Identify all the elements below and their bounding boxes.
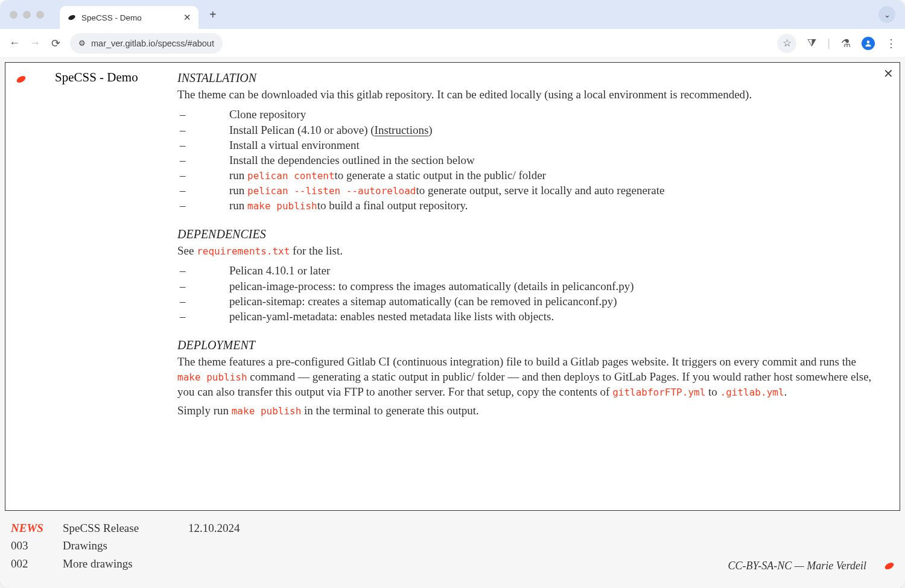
labs-icon[interactable]: ⚗ [841,37,851,50]
deployment-p1: The theme features a pre-configured Gitl… [177,354,881,399]
list-item: –pelican-image-process: to compress the … [177,279,881,294]
dependencies-list: –Pelican 4.10.1 or later–pelican-image-p… [177,263,881,323]
list-item: –Install the dependencies outlined in th… [177,153,881,168]
tabs-overflow-button[interactable]: ⌄ [878,6,895,23]
deployment-heading: DEPLOYMENT [177,337,881,353]
browser-toolbar: ← → ⟳ ⚙ mar_ver.gitlab.io/specss/#about … [0,29,905,58]
modal-sidebar: SpeCSS - Demo [5,63,177,510]
list-item: –run make publishto build a final output… [177,198,881,213]
window-controls[interactable] [10,11,44,19]
extensions-icon[interactable]: ⧩ [807,37,816,49]
page-viewport: ✕ SpeCSS - Demo INSTALLATION The theme c… [0,58,905,588]
close-tab-icon[interactable]: ✕ [183,12,191,23]
news-row[interactable]: NEWSSpeCSS Release12.10.2024 [11,519,894,537]
svg-point-0 [68,14,76,21]
credit-line: CC-BY-SA-NC — Marie Verdeil [728,560,894,572]
list-item: –pelican-sitemap: creates a sitemap auto… [177,294,881,309]
logo-icon [884,561,895,571]
new-tab-button[interactable]: + [209,8,217,22]
reload-button[interactable]: ⟳ [49,37,62,50]
news-row[interactable]: 003Drawings [11,537,894,554]
svg-point-1 [867,40,870,43]
list-item: –Pelican 4.10.1 or later [177,263,881,278]
installation-steps: –Clone repository–Install Pelican (4.10 … [177,107,881,213]
profile-button[interactable] [862,37,875,50]
menu-button[interactable]: ⋮ [886,37,897,50]
list-item: –run pelican --listen --autoreloadto gen… [177,183,881,198]
requirements-code: requirements.txt [197,245,290,257]
site-info-icon[interactable]: ⚙ [78,39,85,48]
url-text: mar_ver.gitlab.io/specss/#about [91,39,214,48]
close-window-icon[interactable] [10,11,17,19]
list-item: –Clone repository [177,107,881,122]
address-bar[interactable]: ⚙ mar_ver.gitlab.io/specss/#about [70,33,223,54]
list-item: –Install Pelican (4.10 or above) (Instru… [177,122,881,138]
minimize-window-icon[interactable] [23,11,31,19]
site-title: SpeCSS - Demo [55,70,138,85]
close-modal-button[interactable]: ✕ [883,66,894,81]
toolbar-separator: | [827,37,830,49]
news-label: NEWS [11,522,43,534]
logo-icon [16,75,27,84]
instructions-link[interactable]: Instructions [375,124,429,136]
deployment-p2: Simply run make publish in the terminal … [177,403,881,418]
list-item: –run pelican contentto generate a static… [177,168,881,183]
news-footer: NEWSSpeCSS Release12.10.2024003Drawings0… [0,511,905,588]
list-item: –pelican-yaml-metadata: enables nested m… [177,309,881,324]
maximize-window-icon[interactable] [36,11,44,19]
browser-tab[interactable]: SpeCSS - Demo ✕ [60,6,198,29]
dependencies-intro: See requirements.txt for the list. [177,243,881,258]
list-item: –Install a virtual environment [177,138,881,153]
about-modal: ✕ SpeCSS - Demo INSTALLATION The theme c… [5,62,900,511]
modal-content: INSTALLATION The theme can be downloaded… [177,63,900,510]
tab-title: SpeCSS - Demo [81,13,142,22]
installation-intro: The theme can be downloaded via this git… [177,87,881,102]
tab-favicon-icon [67,13,77,22]
window-titlebar: SpeCSS - Demo ✕ + ⌄ [0,0,905,29]
forward-button[interactable]: → [29,37,41,49]
browser-window: SpeCSS - Demo ✕ + ⌄ ← → ⟳ ⚙ mar_ver.gitl… [0,0,905,588]
back-button[interactable]: ← [8,37,21,49]
bookmark-button[interactable]: ☆ [777,34,796,53]
dependencies-heading: DEPENDENCIES [177,226,881,242]
installation-heading: INSTALLATION [177,70,881,86]
